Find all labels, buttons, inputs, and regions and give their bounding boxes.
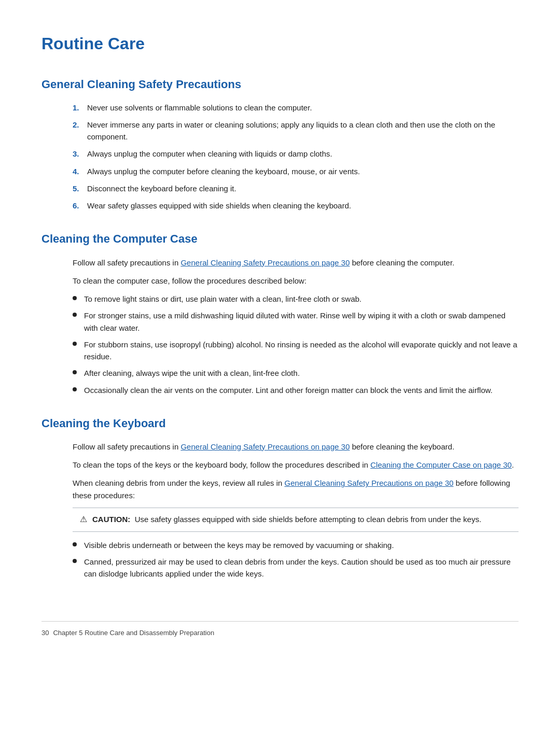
page-title: Routine Care	[41, 31, 519, 57]
list-text: After cleaning, always wipe the unit wit…	[84, 367, 300, 379]
list-item: 2. Never immerse any parts in water or c…	[73, 119, 519, 143]
general-safety-link-2[interactable]: General Cleaning Safety Precautions on p…	[180, 442, 349, 451]
section-body-general-safety: 1. Never use solvents or flammable solut…	[73, 102, 519, 212]
keyboard-intro1: Follow all safety precautions in General…	[73, 441, 519, 453]
list-text: Disconnect the keyboard before cleaning …	[87, 182, 236, 194]
caution-box: ⚠ CAUTION: Use safety glasses equipped w…	[73, 508, 519, 532]
caution-content: CAUTION: Use safety glasses equipped wit…	[92, 513, 481, 525]
computer-case-intro1: Follow all safety precautions in General…	[73, 257, 519, 269]
list-text: Always unplug the computer when cleaning…	[87, 148, 332, 160]
list-number: 3.	[73, 148, 87, 160]
list-text: Canned, pressurized air may be used to c…	[84, 556, 519, 580]
bullet-dot	[73, 313, 77, 317]
bullet-dot	[73, 559, 77, 563]
list-text: For stubborn stains, use isopropyl (rubb…	[84, 339, 519, 363]
section-heading-computer-case: Cleaning the Computer Case	[41, 230, 519, 248]
bullet-dot	[73, 342, 77, 346]
list-text: Wear safety glasses equipped with side s…	[87, 200, 351, 212]
keyboard-intro2: To clean the tops of the keys or the key…	[73, 459, 519, 471]
footer-chapter-text: Chapter 5 Routine Care and Disassembly P…	[53, 628, 214, 638]
list-text: For stronger stains, use a mild dishwash…	[84, 310, 519, 334]
list-item: 3. Always unplug the computer when clean…	[73, 148, 519, 160]
list-text: Occasionally clean the air vents on the …	[84, 384, 493, 396]
list-text: Never immerse any parts in water or clea…	[87, 119, 519, 143]
list-number: 4.	[73, 165, 87, 177]
page-footer: 30 Chapter 5 Routine Care and Disassembl…	[41, 621, 519, 638]
list-item: 1. Never use solvents or flammable solut…	[73, 102, 519, 114]
list-item: For stronger stains, use a mild dishwash…	[73, 310, 519, 334]
caution-icon: ⚠	[80, 513, 87, 526]
list-item: To remove light stains or dirt, use plai…	[73, 293, 519, 305]
section-body-keyboard: Follow all safety precautions in General…	[73, 441, 519, 580]
list-item: Visible debris underneath or between the…	[73, 539, 519, 551]
list-text: Always unplug the computer before cleani…	[87, 165, 360, 177]
caution-text: Use safety glasses equipped with side sh…	[135, 515, 482, 524]
section-heading-general-safety: General Cleaning Safety Precautions	[41, 76, 519, 93]
keyboard-bullet-list: Visible debris underneath or between the…	[73, 539, 519, 580]
list-text: Never use solvents or flammable solution…	[87, 102, 312, 114]
bullet-dot	[73, 542, 77, 546]
keyboard-intro3: When cleaning debris from under the keys…	[73, 477, 519, 501]
list-item: Canned, pressurized air may be used to c…	[73, 556, 519, 580]
general-safety-link-3[interactable]: General Cleaning Safety Precautions on p…	[285, 479, 454, 487]
bullet-dot	[73, 387, 77, 391]
list-item: For stubborn stains, use isopropyl (rubb…	[73, 339, 519, 363]
computer-case-link[interactable]: Cleaning the Computer Case on page 30	[370, 460, 512, 469]
section-heading-keyboard: Cleaning the Keyboard	[41, 415, 519, 432]
general-safety-list: 1. Never use solvents or flammable solut…	[73, 102, 519, 212]
caution-label: CAUTION:	[92, 515, 130, 524]
list-item: 6. Wear safety glasses equipped with sid…	[73, 200, 519, 212]
list-text: Visible debris underneath or between the…	[84, 539, 394, 551]
list-item: 4. Always unplug the computer before cle…	[73, 165, 519, 177]
bullet-dot	[73, 296, 77, 300]
footer-page-number: 30	[41, 628, 49, 638]
general-safety-link-1[interactable]: General Cleaning Safety Precautions on p…	[180, 258, 349, 267]
computer-case-intro2: To clean the computer case, follow the p…	[73, 275, 519, 287]
list-item: 5. Disconnect the keyboard before cleani…	[73, 182, 519, 194]
bullet-dot	[73, 370, 77, 374]
list-number: 6.	[73, 200, 87, 212]
list-item: After cleaning, always wipe the unit wit…	[73, 367, 519, 379]
list-item: Occasionally clean the air vents on the …	[73, 384, 519, 396]
list-number: 5.	[73, 182, 87, 194]
list-number: 1.	[73, 102, 87, 114]
list-number: 2.	[73, 119, 87, 131]
computer-case-bullet-list: To remove light stains or dirt, use plai…	[73, 293, 519, 396]
list-text: To remove light stains or dirt, use plai…	[84, 293, 361, 305]
section-body-computer-case: Follow all safety precautions in General…	[73, 257, 519, 396]
